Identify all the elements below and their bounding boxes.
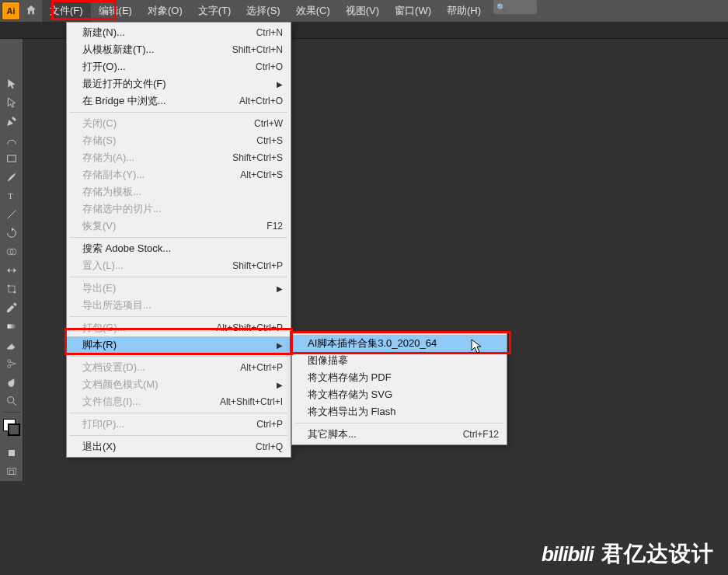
rectangle-tool[interactable] (2, 149, 22, 168)
scripts-submenu-item: 将文档存储为 SVG (292, 386, 507, 403)
file-menu-item[interactable]: 搜索 Adobe Stock... (67, 240, 291, 257)
menu-item-label: 最近打开的文件(F) (82, 77, 273, 91)
search-box[interactable]: 🔍 (493, 0, 537, 14)
stroke-color[interactable] (8, 423, 20, 436)
file-menu-item[interactable]: 最近打开的文件(F)▶ (67, 75, 291, 92)
svg-line-12 (13, 402, 16, 406)
eyedropper-tool[interactable] (2, 298, 22, 317)
gradient-tool[interactable] (2, 317, 22, 336)
file-menu-item: 文档设置(D)...Alt+Ctrl+P (67, 359, 291, 376)
menu-separator (70, 237, 287, 238)
submenu-arrow-icon: ▶ (273, 284, 283, 293)
app-icon: Ai (2, 2, 20, 20)
menu-item-label: 将文档导出为 Flash (308, 405, 499, 419)
menu-separator (70, 356, 287, 357)
menu-separator (70, 435, 287, 436)
file-menu-item[interactable]: 打开(O)...Ctrl+O (67, 58, 291, 75)
menu-separator (70, 277, 287, 277)
file-menu-item[interactable]: 在 Bridge 中浏览...Alt+Ctrl+O (67, 92, 291, 110)
file-menu-item[interactable]: 新建(N)...Ctrl+N (67, 24, 291, 41)
menu-item-shortcut: Ctrl+O (256, 61, 283, 72)
menu-item-label: 文件信息(I)... (82, 395, 220, 409)
file-menu-item: 恢复(V)F12 (67, 218, 291, 235)
svg-point-11 (7, 397, 13, 403)
selection-tool[interactable] (2, 75, 22, 93)
paintbrush-tool[interactable] (2, 168, 22, 186)
screen-mode[interactable] (2, 462, 22, 481)
menu-item-label: 置入(L)... (82, 259, 232, 273)
menu-item-shortcut: Ctrl+S (256, 135, 283, 146)
width-tool[interactable] (2, 261, 22, 280)
file-menu-item: 存储(S)Ctrl+S (67, 132, 291, 149)
menu-separator (70, 413, 287, 413)
file-menu-item: 打印(P)...Ctrl+P (67, 416, 291, 433)
menu-select[interactable]: 选择(S) (239, 0, 287, 22)
home-icon[interactable] (20, 4, 42, 19)
menu-item-label: 打印(P)... (82, 417, 256, 431)
file-menu-item: 存储选中的切片... (67, 200, 291, 218)
file-menu-item[interactable]: 退出(X)Ctrl+Q (67, 438, 291, 455)
menu-item-shortcut: Shift+Ctrl+N (232, 44, 283, 55)
menu-help[interactable]: 帮助(H) (439, 0, 489, 22)
svg-rect-15 (9, 470, 13, 474)
watermark-logo: bilibili (542, 542, 594, 566)
scissors-tool[interactable] (2, 354, 22, 373)
toolbox: T (0, 39, 23, 481)
menu-item-label: 将文档存储为 SVG (308, 388, 499, 402)
file-menu-item[interactable]: 脚本(R)▶ (67, 336, 291, 354)
watermark-text: 君亿达设计 (601, 539, 714, 569)
file-menu-item: 存储为模板... (67, 183, 291, 200)
color-swatch[interactable] (3, 419, 20, 436)
menu-type[interactable]: 文字(T) (190, 0, 239, 22)
file-menu-item: 导出(E)▶ (67, 280, 291, 297)
menu-item-label: 导出(E) (82, 281, 273, 295)
svg-rect-13 (9, 450, 15, 456)
line-tool[interactable] (2, 205, 22, 224)
svg-rect-8 (7, 324, 16, 328)
menu-item-label: 存储为(A)... (82, 151, 232, 165)
menu-item-shortcut: Alt+Shift+Ctrl+I (220, 396, 283, 407)
submenu-arrow-icon: ▶ (273, 381, 283, 389)
menu-window[interactable]: 窗口(W) (387, 0, 439, 22)
direct-selection-tool[interactable] (2, 93, 22, 112)
pen-tool[interactable] (2, 112, 22, 131)
svg-line-2 (7, 211, 16, 219)
file-menu-item: 置入(L)...Shift+Ctrl+P (67, 257, 291, 274)
menu-item-label: 脚本(R) (82, 338, 273, 352)
menu-edit[interactable]: 编辑(E) (91, 0, 140, 22)
type-tool[interactable]: T (2, 186, 22, 205)
curvature-tool[interactable] (2, 131, 22, 149)
menu-item-shortcut: Ctrl+W (254, 118, 283, 129)
menu-bar: 文件(F) 编辑(E) 对象(O) 文字(T) 选择(S) 效果(C) 视图(V… (42, 0, 537, 22)
menu-item-shortcut: Ctrl+F12 (463, 429, 499, 440)
menu-object[interactable]: 对象(O) (140, 0, 190, 22)
menu-file[interactable]: 文件(F) (42, 0, 91, 22)
file-menu-item[interactable]: 从模板新建(T)...Shift+Ctrl+N (67, 41, 291, 58)
draw-mode-normal[interactable] (2, 444, 22, 462)
hand-tool[interactable] (2, 373, 22, 392)
rotate-tool[interactable] (2, 224, 22, 242)
scripts-submenu-item[interactable]: AI脚本插件合集3.0_2020_64 (292, 335, 507, 352)
menu-item-label: 存储(S) (82, 134, 256, 148)
free-transform-tool[interactable] (2, 280, 22, 298)
menu-item-shortcut: Shift+Ctrl+S (232, 152, 283, 163)
menu-item-label: 存储副本(Y)... (82, 168, 240, 182)
scripts-submenu-item: 将文档导出为 Flash (292, 403, 507, 420)
file-menu-item: 存储副本(Y)...Alt+Ctrl+S (67, 166, 291, 183)
file-menu-item: 文件信息(I)...Alt+Shift+Ctrl+I (67, 393, 291, 410)
search-icon: 🔍 (496, 3, 506, 12)
eraser-tool[interactable] (2, 336, 22, 354)
menu-item-label: AI脚本插件合集3.0_2020_64 (308, 336, 499, 350)
menu-item-label: 存储选中的切片... (82, 202, 283, 216)
file-menu-item: 文档颜色模式(M)▶ (67, 376, 291, 393)
menu-effect[interactable]: 效果(C) (288, 0, 338, 22)
scripts-submenu-item[interactable]: 其它脚本...Ctrl+F12 (292, 426, 507, 443)
shape-builder-tool[interactable] (2, 242, 22, 261)
menu-item-label: 导出所选项目... (82, 298, 283, 312)
file-menu-item: 存储为(A)...Shift+Ctrl+S (67, 149, 291, 166)
menu-item-label: 关闭(C) (82, 117, 254, 131)
menu-separator (295, 423, 503, 423)
zoom-tool[interactable] (2, 392, 22, 410)
menu-view[interactable]: 视图(V) (338, 0, 387, 22)
menu-item-label: 将文档存储为 PDF (308, 371, 499, 385)
